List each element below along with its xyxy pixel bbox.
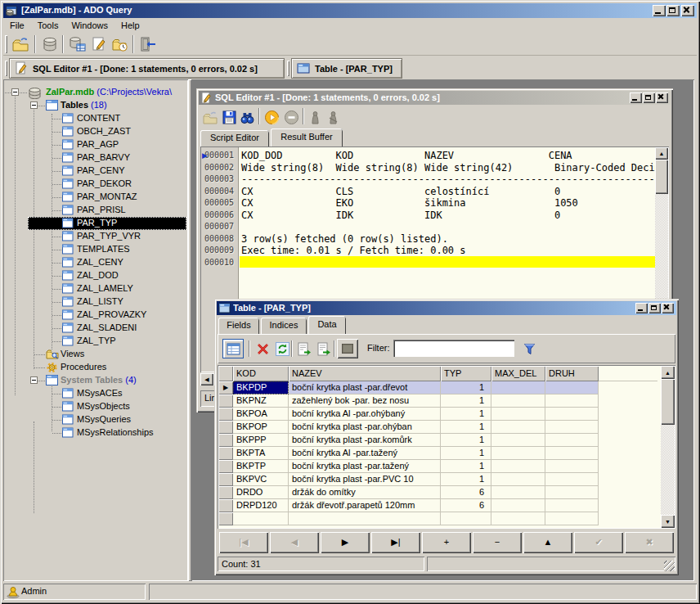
- find-button[interactable]: [238, 107, 257, 127]
- tree-item-msysqueries[interactable]: MSysQueries: [3, 413, 188, 426]
- rollback-button[interactable]: [324, 107, 342, 127]
- grid-column-header-typ[interactable]: TYP: [441, 366, 491, 381]
- grid-cell[interactable]: [491, 408, 545, 421]
- minimize-button[interactable]: [653, 5, 666, 16]
- commit-button[interactable]: [306, 107, 324, 127]
- grid-cell[interactable]: 1: [441, 381, 491, 394]
- row-selector[interactable]: [218, 512, 233, 525]
- refresh-button[interactable]: [271, 339, 293, 358]
- nav-edit-button[interactable]: ▲: [523, 532, 572, 553]
- exit-button[interactable]: [137, 34, 159, 54]
- load-from-file-button[interactable]: [294, 339, 316, 358]
- grid-cell[interactable]: 1: [441, 421, 491, 434]
- database-button[interactable]: [39, 34, 61, 54]
- grid-cell[interactable]: [491, 394, 545, 408]
- row-selector[interactable]: [218, 408, 233, 421]
- tree-expand-toggle[interactable]: [11, 88, 19, 96]
- row-selector[interactable]: [218, 434, 233, 447]
- grid-cell[interactable]: boční krytka plast -par.tažený: [289, 460, 441, 473]
- grid-cell[interactable]: 1: [441, 473, 491, 486]
- tab-fields[interactable]: Fields: [218, 318, 259, 334]
- grid-cell[interactable]: 1: [441, 447, 491, 460]
- window-resize-grip[interactable]: [664, 561, 675, 571]
- tree-item-zal-typ[interactable]: ZAL_TYP: [3, 335, 188, 348]
- grid-cell[interactable]: DRPD120: [233, 499, 289, 512]
- table-titlebar[interactable]: Table - [PAR_TYP]: [217, 301, 676, 315]
- grid-cell[interactable]: boční krytka plast -par.PVC 10: [289, 473, 441, 486]
- tree-item-procedures[interactable]: Procedures: [3, 361, 188, 374]
- grid-cell[interactable]: [545, 421, 599, 434]
- row-selector[interactable]: [218, 447, 233, 460]
- grid-cell[interactable]: 6: [441, 499, 491, 512]
- grid-cell[interactable]: [545, 499, 599, 512]
- grid-cell[interactable]: [545, 394, 599, 408]
- grid-cell[interactable]: [545, 486, 599, 499]
- tab-table-par-typ[interactable]: Table - [PAR_TYP]: [291, 58, 402, 79]
- grid-cell[interactable]: boční krytka plast -par.ohýban: [289, 421, 441, 434]
- grid-cell[interactable]: BKPOA: [233, 408, 289, 421]
- grid-cell[interactable]: BKPTP: [233, 460, 289, 473]
- sql-maximize-button[interactable]: [643, 92, 655, 103]
- tree-item-content[interactable]: CONTENT: [3, 112, 188, 125]
- grid-cell[interactable]: 1: [441, 394, 491, 408]
- tree-item-zal-lamely[interactable]: ZAL_LAMELY: [3, 282, 188, 295]
- tab-indices[interactable]: Indices: [261, 318, 307, 334]
- filter-input[interactable]: [393, 340, 514, 357]
- grid-cell[interactable]: BKPNZ: [233, 394, 289, 408]
- tree-item-views[interactable]: Views: [3, 348, 188, 361]
- show-grid-button[interactable]: [222, 339, 244, 358]
- grid-cell[interactable]: [491, 460, 545, 473]
- save-script-button[interactable]: [220, 107, 239, 127]
- grid-cell[interactable]: [491, 421, 545, 434]
- grid-cell[interactable]: [491, 381, 545, 394]
- tree-item-msysobjects[interactable]: MSysObjects: [3, 400, 188, 413]
- recent-connections-button[interactable]: [110, 34, 131, 54]
- grid-cell[interactable]: BKPTA: [233, 447, 289, 460]
- blob-view-button[interactable]: [337, 339, 358, 358]
- tree-item-templates[interactable]: TEMPLATES: [3, 243, 188, 256]
- delete-record-button[interactable]: [252, 339, 273, 358]
- grid-scroll-down-button[interactable]: ▼: [661, 515, 675, 528]
- grid-column-header-druh[interactable]: DRUH: [545, 366, 599, 381]
- grid-cell[interactable]: zažehlený bok -par. bez nosu: [289, 394, 441, 408]
- scroll-up-button[interactable]: ▲: [655, 147, 668, 160]
- open-database-button[interactable]: [10, 34, 31, 54]
- tab-sql-editor[interactable]: SQL Editor #1 - [Done: 1 statements, 0 e…: [9, 58, 285, 79]
- grid-cell[interactable]: boční krytka plast -par.dřevot: [289, 381, 441, 394]
- nav-next-button[interactable]: ▶: [321, 532, 370, 553]
- menu-help[interactable]: Help: [114, 18, 146, 33]
- grid-scroll-up-button[interactable]: ▲: [661, 366, 675, 379]
- run-button[interactable]: [262, 107, 281, 127]
- grid-cell[interactable]: [491, 512, 545, 525]
- tree-item-par-dekor[interactable]: PAR_DEKOR: [3, 178, 188, 191]
- menu-file[interactable]: File: [3, 18, 31, 33]
- grid-cell[interactable]: [545, 447, 599, 460]
- new-sql-editor-button[interactable]: [88, 34, 110, 54]
- tab-result-buffer[interactable]: Result Buffer: [271, 128, 343, 146]
- row-selector[interactable]: [218, 499, 233, 512]
- grid-cell[interactable]: boční krytka Al -par.ohýbaný: [289, 408, 441, 421]
- tree-expand-toggle[interactable]: [30, 101, 38, 109]
- nav-prior-button[interactable]: ◀: [270, 532, 319, 553]
- tree-item-zal-ceny[interactable]: ZAL_CENY: [3, 256, 188, 269]
- tree-item-par-montaz[interactable]: PAR_MONTAZ: [3, 191, 188, 204]
- grid-column-header-kod[interactable]: KOD: [233, 366, 289, 381]
- tab-data[interactable]: Data: [308, 316, 346, 334]
- grid-cell[interactable]: [545, 460, 599, 473]
- row-selector[interactable]: [218, 394, 233, 408]
- nav-insert-button[interactable]: +: [422, 532, 471, 553]
- grid-cell[interactable]: [545, 408, 599, 421]
- grid-cell[interactable]: [491, 499, 545, 512]
- apply-filter-button[interactable]: [518, 339, 540, 358]
- row-selector[interactable]: [218, 421, 233, 434]
- tab-script-editor[interactable]: Script Editor: [200, 130, 269, 146]
- grid-cell[interactable]: BKPDP: [233, 381, 289, 394]
- table-maximize-button[interactable]: [648, 303, 661, 313]
- tree-item-par-barvy[interactable]: PAR_BARVY: [3, 151, 188, 165]
- grid-cell[interactable]: [491, 447, 545, 460]
- grid-cell[interactable]: [545, 381, 599, 394]
- grid-cell[interactable]: držák do omítky: [289, 486, 441, 499]
- tree-item-par-typ[interactable]: PAR_TYP: [3, 217, 188, 230]
- scroll-left-button[interactable]: ◀: [200, 373, 213, 385]
- open-script-button[interactable]: [201, 107, 220, 127]
